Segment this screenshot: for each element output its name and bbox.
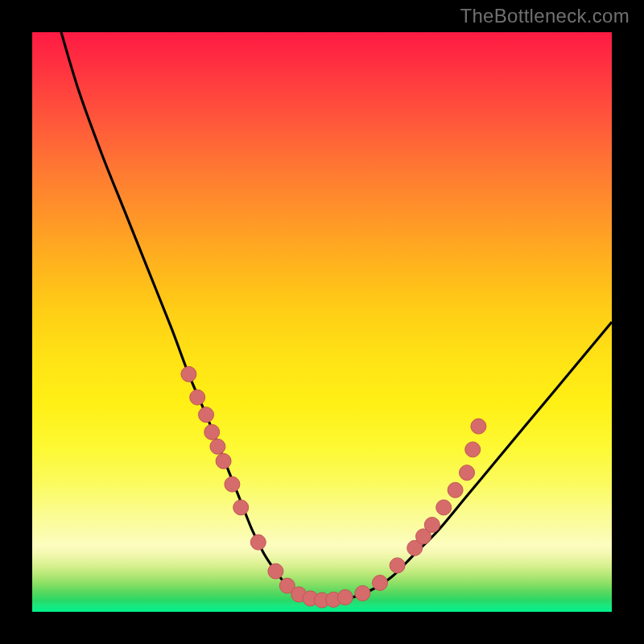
markers-group	[181, 366, 486, 608]
data-marker	[448, 482, 463, 497]
data-marker	[436, 500, 452, 515]
data-marker	[181, 366, 196, 382]
data-marker	[225, 477, 240, 492]
watermark-text: TheBottleneck.com	[460, 5, 630, 27]
chart-frame: TheBottleneck.com	[0, 0, 644, 644]
data-marker	[465, 442, 481, 457]
data-marker	[424, 518, 440, 533]
data-marker	[373, 576, 388, 591]
data-marker	[190, 390, 205, 405]
data-marker	[199, 407, 214, 423]
data-marker	[216, 453, 231, 469]
data-marker	[337, 590, 353, 605]
chart-svg	[32, 32, 612, 612]
data-marker	[233, 500, 249, 515]
data-marker	[355, 585, 370, 601]
plot-area	[32, 32, 612, 612]
data-marker	[471, 419, 486, 434]
data-marker	[390, 558, 405, 573]
bottleneck-curve	[61, 32, 612, 601]
data-marker	[210, 439, 225, 454]
data-marker	[268, 564, 283, 579]
data-marker	[250, 535, 266, 550]
data-marker	[204, 424, 220, 440]
data-marker	[460, 465, 475, 481]
